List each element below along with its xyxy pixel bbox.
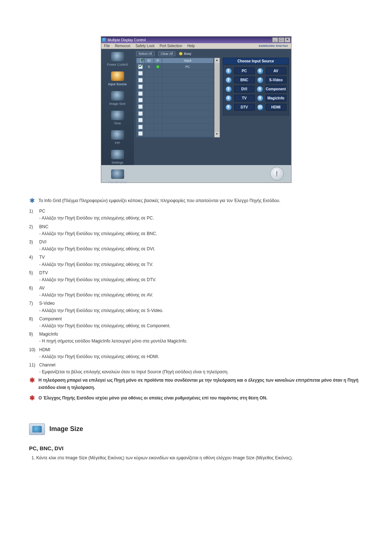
note-number: 2) [29, 223, 36, 237]
select-all-button[interactable]: Select All [136, 51, 155, 56]
note-title: DVI [39, 239, 363, 246]
sidebar-item-maintenance[interactable]: Maintenance [101, 168, 134, 188]
table-row[interactable] [136, 83, 214, 90]
row-status-cell [154, 70, 162, 76]
power-icon[interactable]: ! [270, 167, 284, 181]
checkbox-icon[interactable] [138, 111, 143, 116]
row-input-cell [162, 97, 214, 103]
star-icon: ✱ [29, 197, 35, 204]
note-item: 9)MagicInfo- Η πηγή σήματος εισόδου Magi… [29, 331, 363, 345]
menu-remocon[interactable]: Remocon [115, 44, 131, 48]
checkbox-icon[interactable] [138, 91, 143, 96]
step-item: Κάντε κλικ στο Image Size (Μέγεθος Εικόν… [36, 454, 363, 461]
note-body: PC- Αλλάζει την Πηγή Εισόδου της επιλεγμ… [39, 208, 363, 222]
restore-button[interactable]: ▢ [278, 37, 284, 42]
row-checkbox-cell[interactable] [136, 117, 145, 123]
row-checkbox-cell[interactable] [136, 131, 145, 137]
table-row[interactable]: 0PC [136, 63, 214, 70]
menu-file[interactable]: File [104, 44, 110, 48]
row-checkbox-cell[interactable] [136, 63, 145, 70]
sidebar-item-label: Power Control [101, 63, 134, 66]
row-checkbox-cell[interactable] [136, 97, 145, 103]
callout-number-icon: 4 [225, 95, 232, 102]
table-row[interactable] [136, 110, 214, 117]
input-source-av-button[interactable]: AV [266, 67, 286, 74]
image-size-icon [111, 91, 124, 100]
input-source-dtv-button[interactable]: DTV [234, 104, 255, 111]
checkbox-icon[interactable] [138, 85, 143, 89]
warning-text: Η τηλεόραση μπορεί να επιλεγεί ως Πηγή μ… [38, 377, 363, 391]
row-status-cell [154, 110, 162, 116]
section-title: Image Size [49, 425, 83, 433]
note-title: S-Video [39, 300, 363, 307]
row-checkbox-cell[interactable] [136, 77, 145, 83]
input-source-tv-button[interactable]: TV [234, 95, 255, 102]
note-body: TV- Αλλάζει την Πηγή Εισόδου της επιλεγμ… [39, 254, 363, 268]
checkbox-icon[interactable] [138, 78, 143, 82]
input-source-row: 2BNC7S-Video [225, 77, 286, 83]
table-row[interactable] [136, 70, 214, 77]
input-source-pc-button[interactable]: PC [234, 67, 255, 74]
row-checkbox-cell[interactable] [136, 70, 145, 76]
scroll-down-icon[interactable]: ▼ [215, 132, 220, 137]
checkbox-icon[interactable] [138, 65, 143, 69]
note-desc: - Αλλάζει την Πηγή Εισόδου της επιλεγμέν… [39, 215, 363, 222]
scroll-up-icon[interactable]: ▲ [215, 58, 220, 63]
menu-safety-lock[interactable]: Safety Lock [135, 44, 154, 48]
callout-number-icon: 3 [225, 86, 232, 93]
row-checkbox-cell[interactable] [136, 104, 145, 110]
section-heading: Image Size [29, 423, 363, 435]
checkbox-icon[interactable] [138, 131, 143, 136]
menu-port-selection[interactable]: Port Selection [160, 44, 182, 48]
table-row[interactable] [136, 131, 214, 137]
grid-header-id: ID [145, 58, 154, 63]
table-row[interactable] [136, 104, 214, 110]
row-status-cell [154, 63, 162, 70]
input-source-s-video-button[interactable]: S-Video [266, 77, 286, 83]
grid-header-input: Input [162, 58, 214, 63]
checkbox-icon[interactable] [138, 118, 143, 122]
note-number: 1) [29, 208, 36, 222]
input-source-component-button[interactable]: Component [265, 86, 286, 93]
row-input-cell [162, 83, 214, 90]
grid-header-check[interactable] [136, 58, 145, 63]
checkbox-icon[interactable] [138, 125, 143, 129]
table-row[interactable] [136, 124, 214, 130]
sidebar-item-label: Image Size [101, 102, 134, 106]
note-title: Channel [39, 362, 363, 369]
sidebar-item-power-control[interactable]: Power Control [101, 50, 134, 70]
minimize-button[interactable]: _ [272, 37, 278, 42]
row-checkbox-cell[interactable] [136, 110, 145, 116]
row-checkbox-cell[interactable] [136, 83, 145, 90]
input-source-magicinfo-button[interactable]: MagicInfo [266, 95, 286, 102]
sidebar-item-pip[interactable]: PIP [101, 129, 134, 148]
note-number: 6) [29, 285, 36, 299]
checkbox-icon[interactable] [138, 98, 143, 102]
sidebar-item-settings[interactable]: Settings [101, 148, 134, 168]
row-checkbox-cell[interactable] [136, 124, 145, 130]
table-row[interactable] [136, 117, 214, 124]
input-source-dvi-button[interactable]: DVI [234, 86, 254, 93]
input-source-hdmi-button[interactable]: HDMI [266, 104, 286, 111]
table-row[interactable] [136, 90, 214, 97]
close-button[interactable]: ✕ [285, 37, 290, 42]
sidebar-item-input-source[interactable]: Input Source [101, 70, 134, 90]
menu-help[interactable]: Help [187, 44, 195, 48]
clear-all-button[interactable]: Clear All [158, 51, 176, 56]
table-row[interactable] [136, 77, 214, 83]
warning-text: Ο Έλεγχος Πηγής Εισόδου ισχύει μόνο για … [38, 395, 363, 402]
grid-header-row: ID ⟳ Input [136, 58, 214, 63]
sidebar-item-time[interactable]: Time [101, 109, 134, 129]
input-source-bnc-button[interactable]: BNC [234, 77, 255, 83]
vertical-scrollbar[interactable]: ▲ ▼ [214, 58, 220, 138]
sidebar-item-image-size[interactable]: Image Size [101, 90, 134, 109]
checkbox-icon[interactable] [138, 71, 143, 75]
table-row[interactable] [136, 97, 214, 103]
row-checkbox-cell[interactable] [136, 90, 145, 97]
sidebar-item-label: PIP [101, 141, 134, 145]
row-id-cell: 0 [145, 63, 154, 70]
callout-number-icon: 6 [257, 68, 264, 74]
row-id-cell [145, 90, 154, 97]
notes: ✱ Το Info Grid (Πλέγμα Πληροφοριών) εμφα… [29, 197, 363, 402]
checkbox-icon[interactable] [138, 104, 143, 109]
